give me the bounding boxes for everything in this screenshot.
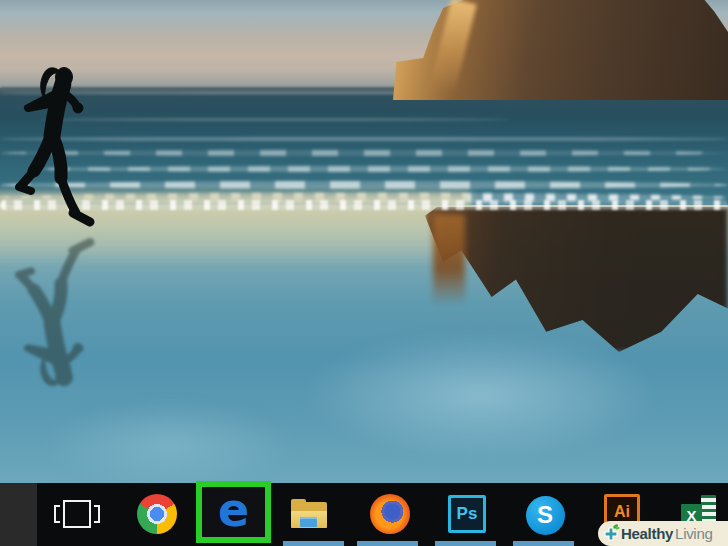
file-explorer-button[interactable] [291, 498, 327, 528]
task-view-icon [63, 500, 91, 528]
firefox-button[interactable] [370, 494, 410, 534]
active-indicator-photoshop [435, 541, 496, 546]
taskbar-left-region [0, 483, 37, 546]
runner-reflection [15, 233, 110, 391]
watermark-light-text: Living [675, 525, 712, 542]
runner-silhouette [15, 62, 110, 232]
skype-button[interactable]: S [525, 495, 565, 535]
chrome-button[interactable] [137, 494, 177, 534]
edge-button[interactable]: e [202, 487, 265, 537]
active-indicator-skype [513, 541, 574, 546]
chrome-icon [137, 494, 177, 534]
sky-reflection-patch [40, 400, 300, 483]
active-indicator-file-explorer [283, 541, 344, 546]
photoshop-button[interactable]: Ps [448, 495, 486, 533]
highlight-box: e [196, 481, 271, 543]
rock-reflection-gold-streak [433, 214, 465, 306]
healthy-living-cross-icon [601, 524, 621, 544]
sky-reflection-patch [300, 330, 660, 460]
healthy-living-watermark: Healthy Living [598, 521, 728, 546]
active-indicator-firefox [357, 541, 418, 546]
task-view-button[interactable] [58, 500, 96, 528]
desktop-screen: e Ps S Ai X [0, 0, 728, 546]
skype-icon: S [526, 496, 565, 535]
wave-foam [40, 118, 510, 121]
photoshop-icon: Ps [448, 495, 486, 533]
watermark-bold-text: Healthy [621, 525, 673, 542]
edge-icon: e [218, 487, 249, 533]
wave-foam [30, 166, 728, 172]
firefox-icon [370, 494, 410, 534]
desktop-wallpaper [0, 0, 728, 483]
file-explorer-icon [291, 499, 327, 528]
